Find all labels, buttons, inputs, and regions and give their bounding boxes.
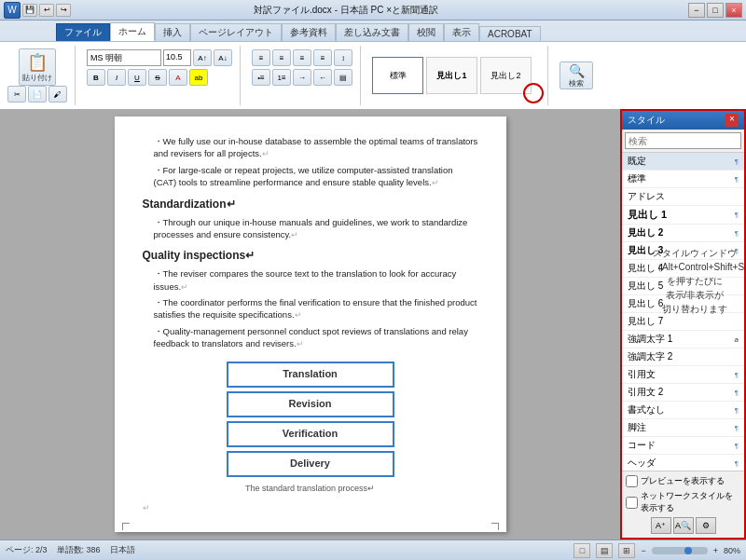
- grow-font-button[interactable]: A↑: [193, 49, 212, 66]
- styles-panel-title-text: スタイル: [628, 114, 665, 127]
- paste-button[interactable]: 📋 貼り付け: [19, 48, 56, 86]
- style-item-label: 標準: [628, 172, 646, 185]
- align-center-button[interactable]: ≡: [272, 49, 291, 66]
- print-view-button[interactable]: □: [573, 543, 590, 558]
- styles-panel-title-bar: スタイル ×: [622, 111, 744, 130]
- word-icon[interactable]: W: [4, 2, 21, 19]
- manage-styles-icon: ⚙: [702, 521, 710, 530]
- style-item-footnote[interactable]: 脚注 ¶: [622, 419, 744, 437]
- format-painter-button[interactable]: 🖌: [48, 86, 67, 102]
- style-item-address[interactable]: アドレス: [622, 188, 744, 206]
- style-item-normal[interactable]: 標準 ¶: [622, 171, 744, 188]
- style-item-strong1[interactable]: 強調太字 1 a: [622, 331, 744, 348]
- tab-mailings[interactable]: 差し込み文書: [336, 23, 408, 41]
- style-item-label: コード: [628, 439, 656, 452]
- styles-search-input[interactable]: [625, 132, 741, 149]
- flow-box-translation: Translation: [227, 362, 394, 388]
- window-title: 対訳ファイル.docx - 日本語 PC ×と新聞通訳: [4, 4, 688, 17]
- minimize-button[interactable]: −: [688, 3, 705, 18]
- style-item-default[interactable]: 既定 ¶: [622, 153, 744, 171]
- indent-button[interactable]: →: [293, 69, 311, 86]
- style-item-indicator: ¶: [735, 211, 739, 219]
- styles-panel-close-button[interactable]: ×: [725, 114, 739, 127]
- editing-group: 🔍 検索: [556, 61, 597, 89]
- annotation-text: スタイルウィンドウ （Alt+Control+Shift+S） を押すたびに 表…: [653, 247, 746, 313]
- tab-insert[interactable]: 挿入: [155, 23, 190, 41]
- align-right-button[interactable]: ≡: [293, 49, 311, 66]
- strikethrough-button[interactable]: S: [148, 69, 167, 86]
- new-style-button[interactable]: A⁺: [651, 517, 671, 534]
- italic-button[interactable]: I: [107, 69, 126, 86]
- tab-home[interactable]: ホーム: [110, 22, 155, 41]
- style-item-label: ヘッダ: [628, 457, 656, 470]
- justify-button[interactable]: ≡: [313, 49, 332, 66]
- word-count: 単語数: 386: [57, 544, 101, 556]
- bullet-text-1: ・We fully use our in-house database to a…: [154, 136, 478, 158]
- shrink-font-button[interactable]: A↓: [214, 49, 232, 66]
- style-item-h1[interactable]: 見出し 1 ¶: [622, 206, 744, 225]
- style-item-h2[interactable]: 見出し 2 ¶: [622, 225, 744, 242]
- document-page[interactable]: ・We fully use our in-house database to a…: [115, 116, 506, 532]
- font-size-select[interactable]: 10.5: [163, 49, 191, 66]
- style-item-h7[interactable]: 見出し 7: [622, 313, 744, 331]
- numbered-list-button[interactable]: 1≡: [272, 69, 291, 86]
- zoom-plus-button[interactable]: +: [713, 546, 718, 555]
- title-bar: W 💾 ↩ ↪ 対訳ファイル.docx - 日本語 PC ×と新聞通訳 − □ …: [0, 0, 746, 20]
- style-normal[interactable]: 標準: [372, 57, 423, 94]
- underline-button[interactable]: U: [128, 69, 146, 86]
- style-item-quote2[interactable]: 引用文 2 ¶: [622, 384, 744, 402]
- outdent-button[interactable]: ←: [313, 69, 332, 86]
- zoom-minus-button[interactable]: −: [641, 546, 645, 555]
- web-view-button[interactable]: ⊞: [618, 543, 635, 558]
- shading-button[interactable]: ▤: [334, 69, 352, 86]
- style-item-code[interactable]: コード ¶: [622, 437, 744, 455]
- document-area[interactable]: ・We fully use our in-house database to a…: [0, 109, 620, 540]
- full-screen-button[interactable]: ▤: [596, 543, 613, 558]
- style-item-header[interactable]: ヘッダ ¶: [622, 455, 744, 471]
- style-item-quote[interactable]: 引用文 ¶: [622, 366, 744, 384]
- find-button[interactable]: 🔍 検索: [560, 61, 593, 89]
- preview-checkbox[interactable]: [626, 475, 638, 487]
- tab-file[interactable]: ファイル: [56, 23, 110, 41]
- manage-styles-button[interactable]: ⚙: [696, 517, 716, 534]
- inspector-button[interactable]: A🔍: [673, 517, 694, 534]
- copy-button[interactable]: 📄: [28, 86, 47, 102]
- maximize-button[interactable]: □: [707, 3, 724, 18]
- tab-acrobat[interactable]: ACROBAT: [479, 26, 541, 41]
- line-spacing-button[interactable]: ↕: [334, 49, 352, 66]
- tab-view[interactable]: 表示: [444, 23, 479, 41]
- highlight-button[interactable]: ab: [189, 69, 208, 86]
- tab-page-layout[interactable]: ページレイアウト: [190, 23, 282, 41]
- close-button[interactable]: ×: [725, 3, 742, 18]
- style-item-noformat[interactable]: 書式なし ¶: [622, 402, 744, 419]
- redo-button[interactable]: ↪: [56, 4, 71, 17]
- cut-button[interactable]: ✂: [7, 86, 26, 102]
- style-item-label: 書式なし: [628, 403, 665, 417]
- status-right: □ ▤ ⊞ − + 80%: [573, 543, 740, 558]
- styles-panel: スタイル × 既定 ¶ 標準 ¶ アドレス 見出し 1 ¶ 見: [620, 109, 746, 540]
- font-color-button[interactable]: A: [169, 69, 187, 86]
- font-family-select[interactable]: MS 明朝: [87, 49, 161, 66]
- undo-button[interactable]: ↩: [39, 4, 54, 17]
- bullet-q-text-2: ・The coordinator performs the final veri…: [154, 297, 477, 320]
- bold-button[interactable]: B: [87, 69, 105, 86]
- style-heading2[interactable]: 見出し2: [480, 57, 532, 94]
- save-button[interactable]: 💾: [22, 4, 37, 17]
- network-style-checkbox[interactable]: [626, 497, 638, 509]
- flow-box-verification: Verification: [227, 421, 394, 447]
- zoom-slider[interactable]: [652, 547, 708, 554]
- style-item-strong2[interactable]: 強調太字 2: [622, 348, 744, 366]
- bullet-list-button[interactable]: •≡: [252, 69, 270, 86]
- window-controls: − □ ×: [688, 3, 742, 18]
- align-left-button[interactable]: ≡: [252, 49, 270, 66]
- ribbon-body: 📋 貼り付け ✂ 📄 🖌 MS 明朝 10.5 A↑ A↓ B I U S: [0, 41, 746, 109]
- style-heading1[interactable]: 見出し1: [426, 57, 477, 94]
- ribbon-tabs: ファイル ホーム 挿入 ページレイアウト 参考資料 差し込み文書 校閲 表示 A…: [0, 20, 746, 41]
- tab-review[interactable]: 校閲: [408, 23, 444, 41]
- style-item-indicator: ¶: [735, 157, 739, 166]
- flow-caption: The standard translation process↵: [143, 483, 478, 495]
- style-item-indicator: ¶: [735, 424, 739, 432]
- tab-references[interactable]: 参考資料: [282, 23, 336, 41]
- bullet-q2: ・The coordinator performs the final veri…: [154, 296, 478, 321]
- style-item-label: 強調太字 2: [628, 350, 672, 363]
